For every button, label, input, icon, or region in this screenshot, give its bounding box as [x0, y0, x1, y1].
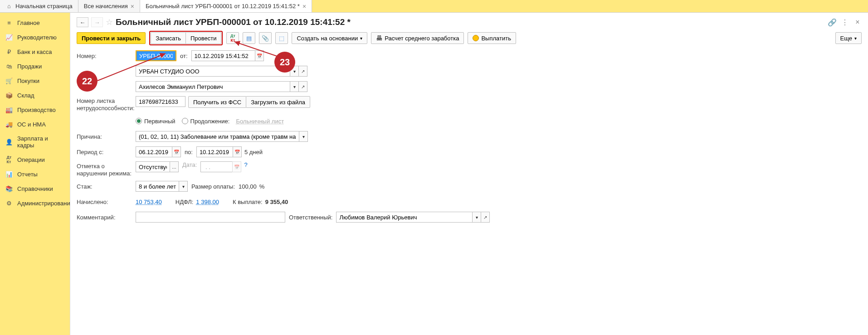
sidebar-item-production[interactable]: 🏭Производство [0, 102, 70, 117]
accrued-link[interactable]: 10 753,40 [136, 199, 162, 205]
period-label: Период с: [77, 149, 136, 155]
sidebar-item-payroll[interactable]: 👤Зарплата и кадры [0, 131, 70, 152]
calendar-icon[interactable]: 📅 [232, 161, 241, 172]
responsible-input[interactable] [336, 212, 472, 223]
sidebar-item-sales[interactable]: 🛍Продажи [0, 59, 70, 73]
sidebar-item-reports[interactable]: 📊Отчеты [0, 167, 70, 181]
open-icon[interactable]: ↗ [298, 81, 307, 92]
get-from-fss-button[interactable]: Получить из ФСС [188, 96, 246, 108]
sidebar-item-warehouse[interactable]: 📦Склад [0, 88, 70, 102]
employee-input[interactable] [136, 81, 290, 92]
post-and-close-button[interactable]: Провести и закрыть [77, 32, 146, 44]
sidebar-item-assets[interactable]: 🚚ОС и НМА [0, 117, 70, 131]
stage-input[interactable] [136, 181, 179, 192]
responsible-label: Ответственный: [289, 214, 332, 221]
dropdown-icon[interactable]: ▾ [179, 181, 188, 192]
report-button[interactable]: ▤ [243, 32, 255, 44]
sidebar-item-label: Зарплата и кадры [17, 135, 64, 149]
close-icon[interactable]: × [853, 18, 862, 26]
menu-icon: ≡ [5, 19, 13, 26]
period-to-input[interactable] [196, 146, 233, 157]
sicklist-number-label: Номер листка нетрудоспособности: [77, 96, 136, 112]
reason-input[interactable] [136, 131, 299, 142]
book-icon: 📚 [5, 185, 13, 192]
sidebar: ≡Главное 📈Руководителю ₽Банк и касса 🛍Пр… [0, 13, 70, 335]
sidebar-item-manager[interactable]: 📈Руководителю [0, 30, 70, 44]
period-from-input[interactable] [136, 146, 172, 157]
sidebar-item-label: Продажи [17, 63, 42, 70]
open-icon[interactable]: ↗ [298, 66, 307, 77]
violation-label: Отметка о нарушении режима: [77, 161, 136, 177]
dtkt-button[interactable]: ДтКт [226, 32, 239, 44]
tab-document[interactable]: Больничный лист УРБП-000001 от 10.12.201… [140, 0, 312, 12]
create-based-button[interactable]: Создать на основании [292, 32, 367, 44]
sidebar-item-label: Банк и касса [17, 49, 52, 55]
open-icon[interactable]: ↗ [481, 212, 490, 223]
close-icon[interactable]: × [131, 3, 134, 10]
sidebar-item-main[interactable]: ≡Главное [0, 15, 70, 30]
date-input[interactable] [191, 50, 255, 61]
comment-input[interactable] [136, 212, 285, 223]
sidebar-item-bank[interactable]: ₽Банк и касса [0, 44, 70, 59]
structure-icon: ⬚ [279, 35, 284, 42]
cart-icon: 🛒 [5, 77, 13, 84]
dropdown-icon[interactable]: ▾ [472, 212, 481, 223]
pay-size-value: 100,00 [239, 183, 257, 190]
percent-label: % [259, 183, 265, 190]
nav-back-button[interactable]: ← [77, 17, 88, 27]
dropdown-icon[interactable]: ▾ [290, 81, 299, 92]
continuation-radio[interactable]: Продолжение: [182, 118, 230, 125]
annotation-23: 23 [274, 52, 295, 73]
attach-button[interactable]: 📎 [259, 32, 272, 44]
pay-button[interactable]: Выплатить [468, 32, 516, 44]
topay-label: К выплате: [233, 199, 263, 205]
pay-size-label: Размер оплаты: [191, 183, 235, 190]
help-icon[interactable]: ? [244, 161, 247, 168]
structure-button[interactable]: ⬚ [275, 32, 288, 44]
ellipsis-icon[interactable]: … [170, 161, 179, 172]
write-button[interactable]: Записать [151, 32, 186, 44]
sicklist-number-input[interactable] [136, 96, 185, 107]
number-input[interactable] [136, 50, 176, 61]
ruble-icon: ₽ [5, 48, 13, 55]
calendar-icon[interactable]: 📅 [233, 146, 242, 157]
post-button[interactable]: Провести [185, 32, 222, 44]
organization-input[interactable] [136, 66, 290, 77]
tab-home-label: Начальная страница [15, 3, 73, 10]
stage-label: Стаж: [77, 183, 136, 190]
calendar-icon[interactable]: 📅 [255, 50, 264, 61]
sidebar-item-admin[interactable]: ⚙Администрирование [0, 196, 70, 210]
chart-up-icon: 📈 [5, 34, 13, 41]
dropdown-icon[interactable]: ▾ [299, 131, 308, 142]
sidebar-item-label: Справочники [17, 185, 53, 192]
ndfl-link[interactable]: 1 398,00 [196, 199, 219, 205]
sidebar-item-label: ОС и НМА [17, 121, 46, 128]
sidebar-item-operations[interactable]: ДтКтОперации [0, 152, 70, 167]
sidebar-item-label: Руководителю [17, 34, 57, 41]
dtkt-icon: ДтКт [230, 34, 235, 43]
load-from-file-button[interactable]: Загрузить из файла [246, 96, 310, 108]
accrued-label: Начислено: [77, 199, 136, 205]
calc-average-button[interactable]: 🖶Расчет среднего заработка [371, 32, 464, 44]
calendar-icon[interactable]: 📅 [172, 146, 181, 157]
sidebar-item-catalogs[interactable]: 📚Справочники [0, 181, 70, 196]
link-icon[interactable]: 🔗 [828, 18, 836, 26]
tab-home[interactable]: ⌂ Начальная страница [0, 0, 78, 12]
truck-icon: 🚚 [5, 121, 13, 128]
primary-radio[interactable]: Первичный [136, 118, 176, 125]
violation-date-input[interactable] [200, 161, 232, 172]
close-icon[interactable]: × [302, 3, 306, 10]
sidebar-item-purchases[interactable]: 🛒Покупки [0, 73, 70, 88]
document-icon: ▤ [246, 35, 252, 42]
write-post-group: Записать Провести [149, 31, 223, 45]
bag-icon: 🛍 [5, 63, 13, 70]
violation-date-label: Дата: [182, 161, 197, 168]
tab-all-accruals[interactable]: Все начисления × [78, 0, 140, 12]
favorite-star-icon[interactable]: ☆ [106, 17, 113, 27]
sidebar-item-label: Главное [17, 19, 40, 26]
kebab-menu-icon[interactable]: ⋮ [841, 18, 849, 26]
nav-forward-button[interactable]: → [91, 17, 103, 27]
print-icon: 🖶 [376, 34, 382, 42]
violation-input[interactable] [136, 161, 170, 172]
more-button[interactable]: Еще [835, 32, 862, 44]
